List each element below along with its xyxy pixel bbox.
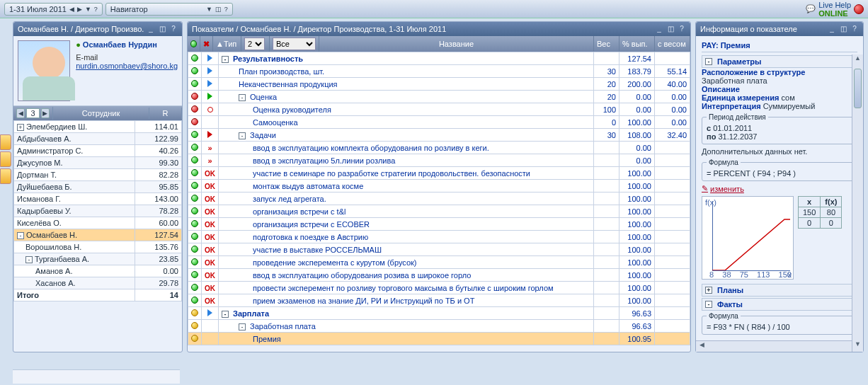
table-row[interactable]: OK организация встречи с ECOBER 100.00 (188, 218, 690, 231)
location-label: Расположение в структуре (702, 68, 805, 76)
h-scrollbar[interactable]: ◀ ▶ (696, 340, 863, 352)
tree-toggle-icon[interactable]: + (17, 124, 24, 131)
popout-icon[interactable]: ◫ (158, 25, 166, 33)
minimize-icon[interactable]: _ (147, 25, 155, 33)
help-icon[interactable]: ? (678, 25, 686, 33)
table-row[interactable]: OK участие в выставке РОССЕЛЬМАШ 100.00 (188, 243, 690, 256)
collapse-icon[interactable]: - (705, 301, 712, 308)
status-dot-icon (191, 233, 198, 240)
table-row[interactable]: Хасанов А.29.78 (14, 277, 182, 289)
table-row[interactable]: Джусупов М.99.30 (14, 157, 182, 169)
scroll-down-icon[interactable]: ▼ (852, 340, 863, 352)
table-row[interactable]: OK монтаж выдув автомата косме 100.00 (188, 180, 690, 192)
table-row[interactable]: Дуйшебаева Б.95.85 (14, 181, 182, 193)
table-row[interactable]: OK организация встречи с t&l 100.00 (188, 205, 690, 218)
table-row[interactable]: Кадырбаевы У.78.28 (14, 205, 182, 217)
alert-indicator-icon[interactable] (854, 4, 864, 14)
table-row[interactable]: OK ввод в эксплуатацию оборудования рози… (188, 269, 690, 282)
page-number[interactable]: 3 (26, 108, 40, 118)
popout-icon[interactable]: ◫ (839, 25, 847, 33)
status-dot-icon (191, 335, 198, 342)
table-row[interactable]: Киселёва О.60.00 (14, 217, 182, 229)
table-row[interactable]: - Оценка 20 0.00 0.00 (188, 91, 690, 103)
prev-icon[interactable]: ◀ (69, 6, 74, 13)
minimize-icon[interactable]: _ (655, 25, 663, 33)
tree-toggle-icon[interactable]: - (222, 311, 229, 318)
table-row[interactable]: » ввод в эксплуатацию 5л.линии розлива 0… (188, 154, 690, 167)
status-dot-icon (191, 169, 198, 176)
table-row[interactable]: Исманова Г.143.00 (14, 193, 182, 205)
col-employee[interactable]: Сотрудник (53, 108, 149, 119)
scroll-up-icon[interactable]: ▲ (852, 54, 863, 66)
v-scrollbar[interactable]: ▲ ▼ (852, 54, 863, 352)
table-row[interactable]: OK проведение эксперемента с курутом (бр… (188, 256, 690, 269)
navigator-label: Навигатор (110, 5, 203, 13)
table-row[interactable]: Абдыбачаев А.122.99 (14, 133, 182, 145)
dropdown-icon[interactable]: ▼ (206, 6, 212, 13)
tree-toggle-icon[interactable]: - (239, 132, 246, 139)
page-prev-icon[interactable]: ◀ (16, 108, 25, 118)
table-row[interactable]: План производства, шт. 30 183.79 55.14 (188, 65, 690, 78)
table-row[interactable]: -Османбаев Н.127.54 (14, 229, 182, 241)
table-row[interactable]: OK провести эксперемент по розливу торго… (188, 282, 690, 294)
side-tab-2[interactable] (0, 151, 11, 167)
period-fieldset: Период действия с 01.01.2011 по 31.12.20… (702, 113, 857, 144)
table-row[interactable]: OK прием экзаменов на знание ДИ, РИ и Ин… (188, 294, 690, 307)
table-row[interactable]: OK запуск лед агрегата. 100.00 (188, 192, 690, 205)
table-row[interactable]: Премия 100.95 (188, 333, 690, 345)
tree-toggle-icon[interactable]: - (222, 56, 229, 63)
table-row[interactable]: -Турганбаева А.23.85 (14, 253, 182, 265)
employee-table-header: ◀ 3 ▶ Сотрудник R (13, 106, 182, 120)
help-icon[interactable]: ? (850, 25, 859, 33)
edit-link[interactable]: ✎изменить (702, 184, 744, 193)
scroll-thumb[interactable] (854, 69, 862, 108)
side-tab-3[interactable] (0, 168, 11, 184)
table-row[interactable]: - Заработная плата 96.63 (188, 320, 690, 333)
dropdown-icon[interactable]: ▼ (85, 6, 91, 13)
help-icon[interactable]: ? (169, 25, 178, 33)
col-name[interactable]: Название (319, 36, 594, 52)
tree-toggle-icon[interactable]: - (239, 94, 246, 101)
table-row[interactable]: Аманов А.0.00 (14, 265, 182, 277)
collapse-icon[interactable]: - (705, 58, 712, 65)
next-icon[interactable]: ▶ (77, 6, 82, 13)
col-r[interactable]: R (149, 108, 182, 119)
page-next-icon[interactable]: ▶ (41, 108, 50, 118)
tree-toggle-icon[interactable]: - (17, 232, 24, 239)
popout-icon[interactable]: ◫ (215, 6, 222, 13)
minimize-icon[interactable]: _ (828, 25, 836, 33)
table-row[interactable]: » ввод в эксплуатацию комплекта оборудов… (188, 142, 690, 154)
col-weight[interactable]: Вес (594, 36, 619, 52)
formula-bar[interactable] (13, 369, 180, 384)
table-row[interactable]: Администратор С.40.26 (14, 145, 182, 157)
help-icon[interactable]: ? (94, 6, 98, 13)
table-row[interactable]: - Результативность 127.54 (188, 52, 690, 65)
col-weighted[interactable]: с весом (655, 36, 690, 52)
level-select[interactable]: 2 (244, 38, 265, 50)
col-pct[interactable]: % вып. (619, 36, 655, 52)
table-row[interactable]: Дортман Т.82.28 (14, 169, 182, 181)
table-row[interactable]: +Элембердиев Ш.114.01 (14, 121, 182, 133)
tree-toggle-icon[interactable]: - (239, 323, 246, 331)
filter-select[interactable]: Все (273, 38, 316, 50)
table-row[interactable]: Самооценка 0 100.00 0.00 (188, 116, 690, 129)
table-row[interactable]: OK подготовка к поездке в Австрию 100.00 (188, 231, 690, 243)
table-row[interactable]: Некачественная продукция 20 200.00 40.00 (188, 78, 690, 91)
email-link[interactable]: nurdin.osmonbaev@shoro.kg (76, 62, 178, 70)
help-icon[interactable]: ? (224, 6, 228, 13)
popout-icon[interactable]: ◫ (666, 25, 675, 33)
live-help[interactable]: 💬 Live Help ONLINE (806, 1, 864, 18)
side-tab-1[interactable] (0, 134, 11, 150)
scroll-left-icon[interactable]: ◀ (696, 341, 707, 352)
tree-toggle-icon[interactable]: - (25, 256, 33, 263)
table-row[interactable]: Ворошилова Н.135.76 (14, 241, 182, 253)
plans-header: Планы (717, 286, 743, 294)
table-row[interactable]: OK участие в семинаре по разработке стра… (188, 167, 690, 180)
expand-icon[interactable]: + (705, 287, 712, 294)
table-row[interactable]: Оценка руководителя 100 0.00 0.00 (188, 103, 690, 116)
navigator-selector[interactable]: Навигатор ▼ ◫ ? (105, 3, 233, 16)
period-selector[interactable]: 1-31 Июля 2011 ◀ ▶ ▼ ? (4, 3, 103, 16)
pay-title: PAY: Премия (702, 39, 857, 52)
table-row[interactable]: - Зарплата 96.63 (188, 307, 690, 320)
table-row[interactable]: - Задачи 30 108.00 32.40 (188, 129, 690, 142)
